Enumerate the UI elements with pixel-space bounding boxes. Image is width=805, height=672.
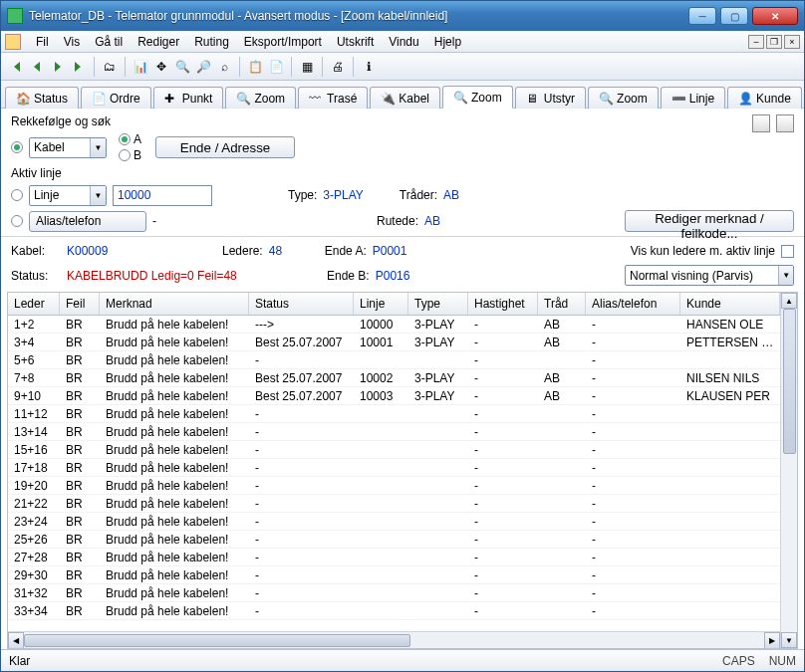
menu-gatil[interactable]: Gå til	[89, 33, 129, 51]
table-row[interactable]: 5+6BRBrudd på hele kabelen!---	[8, 351, 780, 369]
scroll-right-icon[interactable]: ▶	[764, 632, 780, 648]
tab-kunde-10[interactable]: 👤Kunde	[727, 87, 802, 109]
tool-grid-icon[interactable]: ▦	[298, 58, 316, 76]
tab-status-0[interactable]: 🏠Status	[5, 87, 79, 109]
tool-card-icon[interactable]: 🗂	[101, 58, 119, 76]
alias-telefon-button[interactable]: Alias/telefon	[29, 211, 146, 232]
col-linje[interactable]: Linje	[354, 293, 408, 315]
col-status[interactable]: Status	[249, 293, 354, 315]
ende-adresse-button[interactable]: Ende / Adresse	[155, 136, 295, 158]
table-row[interactable]: 13+14BRBrudd på hele kabelen!---	[8, 423, 780, 441]
tab-punkt-2[interactable]: ✚Punkt	[153, 87, 224, 109]
col-kunde[interactable]: Kunde	[680, 293, 780, 315]
menu-eksport[interactable]: Eksport/Import	[238, 33, 328, 51]
radio-alias[interactable]	[11, 215, 23, 227]
col-feil[interactable]: Feil	[60, 293, 100, 315]
tool-move-icon[interactable]: ✥	[152, 58, 170, 76]
scroll-down-icon[interactable]: ▼	[781, 632, 797, 648]
mdi-app-icon[interactable]	[5, 34, 21, 50]
nav-prev-icon[interactable]	[28, 58, 46, 76]
table-row[interactable]: 27+28BRBrudd på hele kabelen!---	[8, 549, 780, 566]
tool-zoomfit-icon[interactable]: ⌕	[215, 58, 233, 76]
menu-vis[interactable]: Vis	[58, 33, 86, 51]
tool-paste-icon[interactable]: 📄	[267, 58, 285, 76]
menu-fil[interactable]: Fil	[30, 33, 55, 51]
minimize-button[interactable]: ─	[688, 7, 716, 25]
cell-alias: -	[586, 443, 680, 457]
col-merknad[interactable]: Merknad	[100, 293, 249, 315]
tab-trasé-4[interactable]: 〰Trasé	[298, 87, 368, 109]
clipboard-icon[interactable]	[776, 114, 794, 132]
kabel-combo[interactable]: ▼	[29, 137, 107, 158]
table-row[interactable]: 21+22BRBrudd på hele kabelen!---	[8, 495, 780, 513]
chevron-down-icon[interactable]: ▼	[90, 186, 106, 205]
tab-kabel-5[interactable]: 🔌Kabel	[370, 87, 440, 109]
menu-rediger[interactable]: Rediger	[132, 33, 185, 51]
table-row[interactable]: 7+8BRBrudd på hele kabelen!Best 25.07.20…	[8, 369, 780, 387]
col-alias/telefon[interactable]: Alias/telefon	[586, 293, 680, 315]
table-row[interactable]: 1+2BRBrudd på hele kabelen!--->100003-PL…	[8, 316, 780, 334]
radio-kabel[interactable]	[11, 141, 23, 153]
close-button[interactable]: ✕	[752, 7, 798, 25]
mdi-close[interactable]: ×	[784, 35, 800, 49]
table-row[interactable]: 25+26BRBrudd på hele kabelen!---	[8, 531, 780, 549]
scroll-up-icon[interactable]: ▲	[781, 293, 797, 309]
tool-zoomout-icon[interactable]: 🔎	[194, 58, 212, 76]
tool-zoomin-icon[interactable]: 🔍	[173, 58, 191, 76]
menu-utskrift[interactable]: Utskrift	[331, 33, 380, 51]
col-tråd[interactable]: Tråd	[538, 293, 586, 315]
linje-combo-text[interactable]	[30, 188, 90, 202]
tab-zoom-6[interactable]: 🔍Zoom	[442, 86, 513, 109]
horizontal-scrollbar[interactable]: ◀ ▶	[8, 631, 780, 648]
radio-b[interactable]	[119, 149, 131, 161]
nav-last-icon[interactable]	[70, 58, 88, 76]
menu-ruting[interactable]: Ruting	[188, 33, 235, 51]
table-row[interactable]: 11+12BRBrudd på hele kabelen!---	[8, 405, 780, 423]
table-row[interactable]: 29+30BRBrudd på hele kabelen!---	[8, 566, 780, 584]
viewmode-text[interactable]	[626, 269, 778, 283]
table-row[interactable]: 31+32BRBrudd på hele kabelen!---	[8, 584, 780, 602]
viskun-checkbox[interactable]	[781, 245, 794, 258]
menu-hjelp[interactable]: Hjelp	[428, 33, 467, 51]
tool-help-icon[interactable]: ℹ	[360, 58, 378, 76]
tool-print-icon[interactable]: 🖨	[329, 58, 347, 76]
table-row[interactable]: 33+34BRBrudd på hele kabelen!---	[8, 602, 780, 620]
vertical-scrollbar[interactable]: ▲ ▼	[780, 293, 797, 648]
radio-linje[interactable]	[11, 189, 23, 201]
mdi-minimize[interactable]: –	[748, 35, 764, 49]
table-row[interactable]: 15+16BRBrudd på hele kabelen!---	[8, 441, 780, 459]
col-leder[interactable]: Leder	[8, 293, 60, 315]
chevron-down-icon[interactable]: ▼	[778, 266, 793, 285]
tab-ordre-1[interactable]: 📄Ordre	[81, 87, 151, 109]
grid-body[interactable]: 1+2BRBrudd på hele kabelen!--->100003-PL…	[8, 316, 780, 631]
table-row[interactable]: 9+10BRBrudd på hele kabelen!Best 25.07.2…	[8, 387, 780, 405]
scroll-left-icon[interactable]: ◀	[8, 632, 24, 648]
menu-vindu[interactable]: Vindu	[383, 33, 424, 51]
tab-utstyr-7[interactable]: 🖥Utstyr	[515, 87, 586, 109]
globe-icon[interactable]	[752, 114, 770, 132]
linje-combo[interactable]: ▼	[29, 185, 107, 206]
chevron-down-icon[interactable]: ▼	[90, 138, 106, 157]
scroll-thumb[interactable]	[24, 634, 410, 647]
viewmode-combo[interactable]: ▼	[625, 265, 794, 286]
maximize-button[interactable]: ▢	[720, 7, 748, 25]
table-row[interactable]: 3+4BRBrudd på hele kabelen!Best 25.07.20…	[8, 334, 780, 351]
tab-zoom-3[interactable]: 🔍Zoom	[225, 87, 296, 109]
tool-copy-icon[interactable]: 📋	[246, 58, 264, 76]
rediger-merknad-button[interactable]: Rediger merknad / feilkode...	[625, 210, 794, 232]
nav-next-icon[interactable]	[49, 58, 67, 76]
table-row[interactable]: 17+18BRBrudd på hele kabelen!---	[8, 459, 780, 477]
table-row[interactable]: 23+24BRBrudd på hele kabelen!---	[8, 513, 780, 531]
nav-first-icon[interactable]	[7, 58, 25, 76]
col-type[interactable]: Type	[408, 293, 468, 315]
radio-a[interactable]	[119, 133, 131, 145]
tool-list-icon[interactable]: 📊	[132, 58, 149, 76]
linje-value-input[interactable]	[113, 185, 212, 206]
mdi-restore[interactable]: ❐	[766, 35, 782, 49]
scroll-thumb-v[interactable]	[783, 309, 796, 454]
tab-linje-9[interactable]: ➖Linje	[661, 87, 725, 109]
table-row[interactable]: 19+20BRBrudd på hele kabelen!---	[8, 477, 780, 495]
tab-zoom-8[interactable]: 🔍Zoom	[588, 87, 659, 109]
kabel-combo-text[interactable]	[30, 140, 90, 154]
col-hastighet[interactable]: Hastighet	[468, 293, 538, 315]
